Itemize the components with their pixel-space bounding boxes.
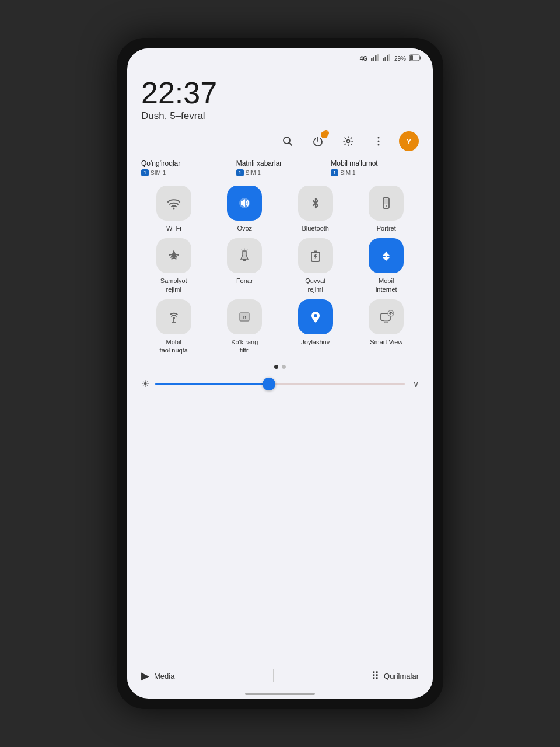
- svg-rect-3: [377, 54, 379, 61]
- date-display: Dush, 5–fevral: [141, 110, 419, 122]
- status-bar: 4G 29%: [127, 48, 433, 65]
- svg-point-15: [378, 141, 380, 142]
- blue-filter-label: Ko'k rang filtri: [231, 338, 258, 355]
- time-display: 22:37: [141, 78, 419, 108]
- svg-rect-27: [314, 251, 317, 253]
- svg-rect-0: [371, 58, 373, 61]
- sim-data: Mobil ma'lumot 1 SIM 1: [331, 159, 419, 176]
- network-indicator: 4G: [360, 55, 368, 62]
- sound-label: Ovoz: [237, 224, 252, 232]
- svg-line-24: [247, 250, 248, 251]
- expand-icon[interactable]: ∨: [413, 379, 419, 389]
- wifi-label: Wi-Fi: [166, 224, 181, 232]
- quick-settings-grid: Wi-Fi Ovoz: [141, 186, 419, 354]
- flashlight-icon: [227, 238, 262, 273]
- svg-point-14: [378, 137, 380, 139]
- airplane-icon: [156, 238, 191, 273]
- smart-view-icon: [369, 299, 404, 334]
- tile-blue-filter[interactable]: B Ko'k rang filtri: [212, 299, 278, 355]
- hotspot-icon: [156, 299, 191, 334]
- mobile-internet-label: Mobil internet: [376, 277, 397, 294]
- svg-text:B: B: [243, 315, 247, 320]
- panel-content: 22:37 Dush, 5–fevral Y: [127, 65, 433, 665]
- svg-rect-1: [373, 57, 374, 61]
- svg-rect-10: [410, 55, 413, 60]
- svg-rect-4: [383, 58, 384, 61]
- tile-flashlight[interactable]: Fonar: [212, 238, 278, 294]
- signal-icon-1: [371, 54, 379, 62]
- tile-portrait[interactable]: Portret: [354, 186, 419, 232]
- svg-point-33: [314, 314, 317, 317]
- location-icon: [298, 299, 333, 334]
- svg-line-12: [289, 143, 292, 146]
- media-label: Media: [154, 672, 174, 680]
- svg-point-21: [386, 205, 387, 207]
- devices-label: Qurilmalar: [384, 672, 419, 680]
- brightness-thumb[interactable]: [262, 378, 275, 390]
- home-indicator[interactable]: [245, 693, 315, 695]
- location-label: Joylashuv: [301, 338, 330, 346]
- more-button[interactable]: [369, 131, 388, 151]
- bluetooth-label: Bluetooth: [302, 224, 329, 232]
- airplane-label: Samolyot rejimi: [160, 277, 187, 294]
- svg-point-16: [378, 144, 380, 146]
- tile-location[interactable]: Joylashuv: [283, 299, 348, 355]
- sim-sms: Matnli xabarlar 1 SIM 1: [236, 159, 324, 176]
- settings-button[interactable]: [338, 131, 358, 151]
- battery-saver-icon: [298, 238, 333, 273]
- signal-icon-2: [383, 54, 391, 62]
- flashlight-label: Fonar: [236, 277, 253, 285]
- brightness-slider[interactable]: [155, 383, 405, 385]
- phone-screen: 4G 29%: [127, 48, 433, 699]
- hotspot-label: Mobil faol nuqta: [160, 338, 188, 355]
- svg-rect-5: [384, 57, 386, 61]
- tile-smart-view[interactable]: Smart View: [354, 299, 419, 355]
- tile-battery-saver[interactable]: Quvvat rejimi: [283, 238, 348, 294]
- sound-icon: [227, 186, 262, 221]
- phone-frame: 4G 29%: [117, 38, 443, 709]
- svg-rect-6: [387, 55, 388, 61]
- bluetooth-icon: [298, 186, 333, 221]
- power-button[interactable]: Y: [308, 131, 328, 151]
- media-play-icon: ▶: [141, 669, 149, 682]
- avatar-icon[interactable]: Y: [399, 131, 419, 151]
- svg-rect-2: [375, 55, 377, 61]
- tile-airplane[interactable]: Samolyot rejimi: [141, 238, 206, 294]
- bottom-bar: ▶ Media ⠿ Qurilmalar: [127, 665, 433, 690]
- battery-indicator: 29%: [394, 55, 406, 62]
- brightness-icon: ☀: [141, 378, 149, 389]
- tile-hotspot[interactable]: Mobil faol nuqta: [141, 299, 206, 355]
- search-button[interactable]: [278, 131, 298, 151]
- page-dots: [141, 365, 419, 369]
- svg-line-25: [242, 250, 243, 251]
- mobile-internet-icon: [369, 238, 404, 273]
- bottom-separator: [273, 669, 274, 682]
- portrait-icon: [369, 186, 404, 221]
- dot-1[interactable]: [274, 365, 278, 369]
- smart-view-label: Smart View: [370, 338, 402, 346]
- blue-filter-icon: B: [227, 299, 262, 334]
- svg-point-13: [347, 140, 350, 143]
- sim-info-row: Qo'ng'iroqlar 1 SIM 1 Matnli xabarlar 1 …: [141, 159, 419, 176]
- battery-icon: [410, 54, 421, 62]
- media-button[interactable]: ▶ Media: [141, 669, 174, 682]
- svg-rect-7: [388, 54, 390, 61]
- tile-wifi[interactable]: Wi-Fi: [141, 186, 206, 232]
- battery-saver-label: Quvvat rejimi: [305, 277, 326, 294]
- qs-header: Y Y: [141, 131, 419, 151]
- svg-point-17: [173, 208, 174, 210]
- tile-mobile-internet[interactable]: Mobil internet: [354, 238, 419, 294]
- tile-bluetooth[interactable]: Bluetooth: [283, 186, 348, 232]
- dot-2[interactable]: [282, 365, 286, 369]
- svg-rect-9: [420, 57, 421, 60]
- devices-button[interactable]: ⠿ Qurilmalar: [372, 669, 419, 682]
- portrait-label: Portret: [377, 224, 396, 232]
- tile-sound[interactable]: Ovoz: [212, 186, 278, 232]
- time-section: 22:37 Dush, 5–fevral: [141, 78, 419, 122]
- svg-point-28: [173, 317, 175, 319]
- devices-icon: ⠿: [372, 669, 379, 682]
- wifi-icon: [156, 186, 191, 221]
- svg-rect-22: [243, 259, 246, 261]
- brightness-row: ☀ ∨: [141, 378, 419, 389]
- svg-rect-20: [384, 199, 388, 204]
